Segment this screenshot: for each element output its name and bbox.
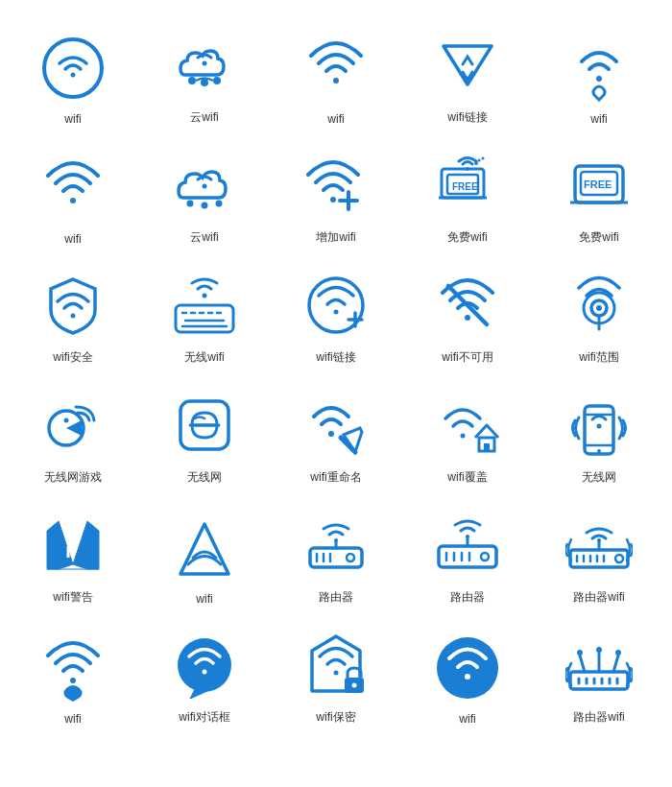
icon-cell-free-wifi2: FREE 免费wifi	[536, 139, 662, 250]
wireless-game-icon	[35, 387, 111, 464]
svg-rect-40	[484, 443, 490, 451]
icon-cell-router1: 路由器	[273, 499, 399, 609]
icon-cell-wifi-rename: wifi重命名	[273, 379, 399, 489]
icon-cell-wifi-cover: wifi覆盖	[404, 379, 531, 489]
icon-label: wifi范围	[579, 349, 618, 366]
icon-cell-wifi-unavailable: wifi不可用	[404, 259, 531, 370]
icon-cell-wireless-net: 无线网	[141, 379, 268, 489]
icon-cell-cloud-wifi: 云wifi	[141, 19, 268, 130]
svg-rect-20	[176, 305, 233, 332]
svg-point-13	[474, 161, 478, 165]
icon-label: 无线网	[187, 469, 222, 486]
svg-point-82	[596, 647, 602, 653]
icon-cell-wifi-security: wifi安全	[10, 259, 136, 370]
icon-label: wifi	[64, 112, 81, 126]
svg-point-6	[216, 201, 223, 207]
icon-cell-wifi-warning: i wifi警告	[10, 499, 136, 609]
icon-label: 无线网游戏	[44, 469, 102, 486]
svg-text:FREE: FREE	[452, 181, 478, 192]
icon-cell-router-wifi2: 路由器wifi	[536, 619, 662, 729]
keyboard-wifi-icon	[166, 267, 243, 344]
icon-cell-router2: 路由器	[404, 499, 531, 609]
icon-cell-wifi-fan: wifi	[141, 499, 268, 609]
svg-point-4	[187, 201, 194, 207]
svg-point-78	[577, 650, 583, 656]
svg-point-68	[352, 683, 357, 688]
svg-point-80	[615, 650, 621, 656]
icon-cell-wifi-chat: wifi对话框	[141, 619, 268, 729]
wifi-circle2-icon	[429, 630, 506, 706]
icon-label: 无线网	[582, 469, 616, 486]
svg-point-65	[615, 555, 623, 562]
svg-rect-41	[585, 406, 613, 454]
svg-point-33	[596, 305, 602, 311]
router-wifi-icon	[561, 507, 637, 584]
icon-label: 路由器	[319, 589, 353, 606]
svg-point-14	[478, 159, 481, 162]
svg-line-77	[580, 656, 585, 672]
wifi-link-icon	[429, 27, 506, 104]
icon-label: wifi	[590, 112, 607, 126]
icon-label: 云wifi	[190, 229, 218, 246]
icon-label: wifi警告	[53, 589, 92, 606]
svg-line-79	[613, 656, 618, 672]
wifi-love-icon	[35, 630, 111, 706]
wifi-warning-icon: i	[35, 507, 111, 584]
icon-cell-keyboard-wifi: 无线wifi	[141, 259, 268, 370]
icon-label: 云wifi	[190, 109, 218, 126]
icon-label: wifi	[327, 112, 344, 126]
icon-cell-wifi-circle2: wifi	[404, 619, 531, 729]
svg-point-5	[202, 203, 208, 209]
wifi-security-icon	[35, 267, 111, 344]
icon-label: 无线wifi	[184, 349, 224, 366]
router1-icon	[298, 507, 374, 584]
svg-point-1	[188, 77, 196, 84]
svg-point-66	[178, 638, 231, 692]
svg-point-37	[64, 418, 69, 423]
svg-point-0	[44, 39, 102, 97]
icon-cell-wifi-love: wifi	[10, 619, 136, 729]
free-wifi2-icon: FREE	[561, 147, 637, 224]
wifi-link2-icon	[298, 267, 374, 344]
icon-cell-router-wifi: 路由器wifi	[536, 499, 662, 609]
svg-point-2	[201, 79, 208, 86]
icon-label: wifi安全	[53, 349, 92, 366]
router-wifi2-icon	[561, 627, 637, 704]
icon-grid: wifi 云wifi wifi	[10, 19, 662, 729]
icon-cell-wifi-filled: wifi	[10, 139, 136, 250]
icon-label: wifi保密	[316, 709, 355, 726]
router2-icon	[429, 507, 506, 584]
wifi-chat-icon	[166, 627, 243, 704]
wifi-unavailable-icon	[429, 267, 506, 344]
wireless-net-icon	[166, 387, 243, 464]
icon-label: 免费wifi	[447, 229, 487, 246]
free-wifi-icon: FREE	[429, 147, 506, 224]
icon-cell-wireless-phone: 无线网	[536, 379, 662, 489]
icon-label: 路由器wifi	[573, 709, 624, 726]
svg-point-3	[213, 77, 221, 84]
icon-cell-wifi-simple: wifi	[273, 19, 399, 130]
icon-cell-wifi-link: wifi链接	[404, 19, 531, 130]
wifi-range-icon	[561, 267, 637, 344]
icon-cell-add-wifi: 增加wifi	[273, 139, 399, 250]
svg-point-44	[597, 449, 601, 453]
svg-point-57	[481, 553, 489, 560]
cloud-wifi2-icon	[166, 147, 243, 224]
icon-cell-wifi-heart: wifi	[536, 19, 662, 130]
svg-point-50	[347, 554, 354, 561]
icon-label: wifi不可用	[442, 349, 492, 366]
icon-label: 增加wifi	[316, 229, 355, 246]
icon-label: wifi	[64, 232, 81, 246]
cloud-wifi-icon	[166, 27, 243, 104]
icon-cell-cloud-wifi2: 云wifi	[141, 139, 268, 250]
add-wifi-icon	[298, 147, 374, 224]
wireless-phone-icon	[561, 387, 637, 464]
svg-point-69	[437, 637, 498, 699]
wifi-lock-icon	[298, 627, 374, 704]
wifi-heart-icon	[561, 30, 637, 107]
icon-cell-wifi-link2: wifi链接	[273, 259, 399, 370]
icon-label: wifi重命名	[310, 469, 361, 486]
icon-label: wifi	[196, 592, 212, 606]
wifi-simple-icon	[298, 30, 374, 107]
icon-label: wifi链接	[316, 349, 355, 366]
